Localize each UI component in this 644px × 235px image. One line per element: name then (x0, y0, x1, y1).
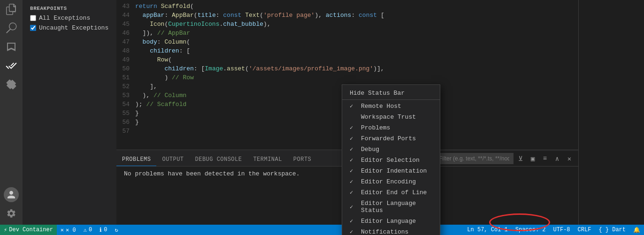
explorer-icon[interactable] (4, 2, 19, 17)
tab-terminal[interactable]: TERMINAL (247, 153, 287, 166)
expand-icon[interactable]: ∧ (552, 153, 562, 164)
menu-item-notifications[interactable]: ✓ Notifications (342, 227, 440, 235)
errors-count: ✕ 0 (66, 227, 76, 234)
spaces-status[interactable]: Spaces: 2 (512, 225, 550, 235)
code-line-45: 45 Icon(CupertinoIcons.chat_bubble), (116, 20, 578, 29)
line-col-label: Ln 57, Col 1 (467, 227, 507, 233)
tab-output[interactable]: OUTPUT (156, 153, 189, 166)
info-status[interactable]: ℹ 0 (96, 225, 111, 235)
account-icon[interactable] (4, 187, 19, 202)
notifications-status[interactable]: 🔔 (629, 225, 644, 235)
problems-filter-input[interactable] (435, 153, 514, 164)
check-editor-eol: ✓ (350, 189, 357, 196)
language-status[interactable]: { } Dart (595, 225, 629, 235)
check-editor-language: ✓ (350, 218, 357, 225)
uncaught-exceptions-item[interactable]: Uncaught Exceptions (23, 23, 116, 33)
settings-icon[interactable] (4, 206, 19, 221)
info-count: 0 (104, 227, 107, 233)
source-control-icon[interactable] (4, 39, 19, 54)
spaces-label: Spaces: 2 (515, 227, 546, 233)
breakpoints-title: BREAKPOINTS (23, 4, 116, 13)
code-line-50: 50 children: [Image.asset('/assets/image… (116, 64, 578, 73)
code-line-43: 43 return Scaffold( (116, 2, 578, 11)
check-forwarded-ports: ✓ (350, 135, 357, 142)
check-editor-selection: ✓ (350, 157, 357, 164)
tab-problems[interactable]: PROBLEMS (116, 153, 156, 166)
remote-host-status[interactable]: ⚡ Dev Container (0, 225, 57, 235)
menu-label-editor-selection: Editor Selection (361, 157, 432, 164)
tab-debug-console[interactable]: DEBUG CONSOLE (190, 153, 248, 166)
status-bar: ⚡ Dev Container ✕ ✕ 0 ⚠ 0 ℹ 0 ↻ Ln 57, C… (0, 225, 644, 235)
menu-item-debug[interactable]: ✓ Debug (342, 144, 440, 155)
code-line-49: 49 Row( (116, 55, 578, 64)
menu-label-notifications: Notifications (361, 228, 432, 235)
sync-status[interactable]: ↻ (111, 225, 122, 235)
panel-toolbar: ⊻ ▣ ≡ ∧ ✕ (431, 151, 578, 166)
code-line-47: 47 body: Column( (116, 38, 578, 46)
menu-item-forwarded-ports[interactable]: ✓ Forwarded Ports (342, 133, 440, 144)
encoding-label: UTF-8 (553, 227, 570, 233)
menu-item-editor-eol[interactable]: ✓ Editor End of Line (342, 187, 440, 198)
menu-label-debug: Debug (361, 146, 432, 153)
check-editor-encoding: ✓ (350, 178, 357, 185)
uncaught-exceptions-label: Uncaught Exceptions (39, 24, 108, 31)
menu-item-editor-encoding[interactable]: ✓ Editor Encoding (342, 176, 440, 187)
check-problems: ✓ (350, 124, 357, 131)
status-bar-left: ⚡ Dev Container ✕ ✕ 0 ⚠ 0 ℹ 0 ↻ (0, 225, 122, 235)
code-line-46: 46 ]), // AppBar (116, 29, 578, 38)
tab-ports[interactable]: PORTS (288, 153, 317, 166)
menu-item-editor-language[interactable]: ✓ Editor Language (342, 216, 440, 227)
menu-item-problems[interactable]: ✓ Problems (342, 122, 440, 133)
menu-label-editor-indentation: Editor Indentation (361, 167, 432, 174)
line-col-status[interactable]: Ln 57, Col 1 (463, 225, 511, 235)
menu-label-editor-language: Editor Language (361, 218, 432, 225)
check-editor-language-status: ✓ (350, 204, 357, 211)
info-icon: ℹ (100, 227, 102, 234)
eol-label: CRLF (578, 227, 591, 233)
close-panel-icon[interactable]: ✕ (564, 153, 575, 164)
check-debug: ✓ (350, 146, 357, 153)
menu-hide-status-bar[interactable]: Hide Status Bar (342, 87, 440, 100)
errors-status[interactable]: ✕ ✕ 0 (57, 225, 80, 235)
menu-label-editor-language-status: Editor Language Status (361, 200, 432, 214)
encoding-status[interactable]: UTF-8 (550, 225, 574, 235)
menu-item-editor-language-status[interactable]: ✓ Editor Language Status (342, 198, 440, 216)
all-exceptions-checkbox[interactable] (30, 15, 36, 21)
language-label: { } Dart (598, 227, 626, 233)
no-problems-message: No problems have been detected in the wo… (124, 170, 299, 177)
extensions-icon[interactable] (4, 77, 19, 92)
all-exceptions-item[interactable]: All Exceptions (23, 13, 116, 23)
warnings-count: 0 (89, 227, 92, 233)
check-remote-host: ✓ (350, 103, 357, 110)
filter-icon[interactable]: ⊻ (515, 153, 526, 164)
bell-icon: 🔔 (633, 227, 640, 234)
warnings-status[interactable]: ⚠ 0 (80, 225, 96, 235)
menu-item-editor-selection[interactable]: ✓ Editor Selection (342, 155, 440, 166)
error-icon: ✕ (61, 227, 64, 234)
uncaught-exceptions-checkbox[interactable] (30, 25, 36, 31)
collapse-icon[interactable]: ▣ (528, 153, 538, 164)
check-notifications: ✓ (350, 228, 357, 235)
code-line-44: 44 appBar: AppBar(title: const Text('pro… (116, 11, 578, 20)
code-line-48: 48 children: [ (116, 46, 578, 55)
menu-label-remote-host: Remote Host (361, 103, 432, 110)
menu-item-workspace-trust[interactable]: Workspace Trust (342, 112, 440, 122)
status-bar-right: Ln 57, Col 1 Spaces: 2 UTF-8 CRLF { } Da… (463, 225, 644, 235)
all-exceptions-label: All Exceptions (39, 15, 90, 22)
menu-label-problems: Problems (361, 124, 432, 131)
menu-label-editor-eol: Editor End of Line (361, 189, 432, 196)
remote-label: Dev Container (9, 227, 53, 233)
code-line-51: 51 ) // Row (116, 73, 578, 82)
eol-status[interactable]: CRLF (574, 225, 595, 235)
context-menu: Hide Status Bar ✓ Remote Host Workspace … (342, 84, 440, 235)
activity-bar (0, 0, 23, 225)
more-actions-icon[interactable]: ≡ (540, 153, 550, 164)
sync-icon: ↻ (115, 227, 118, 234)
debug-icon[interactable] (4, 58, 19, 73)
check-editor-indentation: ✓ (350, 167, 357, 174)
menu-item-editor-indentation[interactable]: ✓ Editor Indentation (342, 166, 440, 176)
sidebar: BREAKPOINTS All Exceptions Uncaught Exce… (23, 0, 116, 225)
remote-icon: ⚡ (4, 227, 7, 234)
menu-item-remote-host[interactable]: ✓ Remote Host (342, 101, 440, 112)
search-icon[interactable] (4, 21, 19, 36)
